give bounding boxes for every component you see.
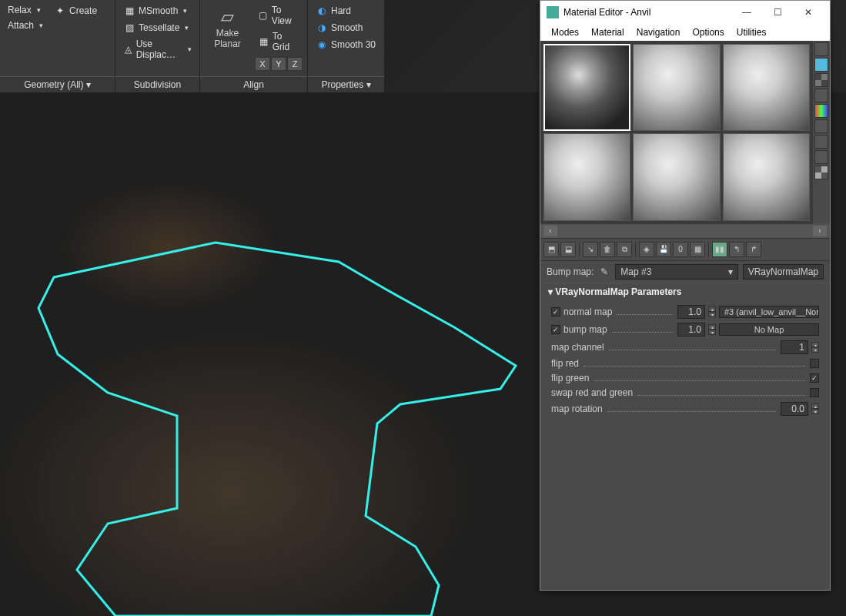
align-x-button[interactable]: X <box>255 57 270 71</box>
to-grid-button[interactable]: ▦To Grid <box>255 29 303 54</box>
use-displace-button[interactable]: ◬Use Displac…▾ <box>120 37 195 62</box>
hard-icon: ◐ <box>316 5 328 17</box>
scroll-right-button[interactable]: › <box>813 226 827 236</box>
make-copy-icon[interactable]: ⧉ <box>617 242 632 257</box>
menu-navigation[interactable]: Navigation <box>632 25 685 39</box>
material-id-icon[interactable]: 0 <box>673 242 688 257</box>
rollout-empty-area <box>540 420 830 590</box>
make-planar-button[interactable]: ▱ Make Planar <box>205 3 250 73</box>
scroll-left-button[interactable]: ‹ <box>543 226 557 236</box>
bump-map-value[interactable]: 1.0 <box>677 323 705 336</box>
bump-map-label: bump map <box>563 324 607 335</box>
window-titlebar[interactable]: Material Editor - Anvil — ☐ ✕ <box>540 1 830 24</box>
spinner-up-icon[interactable]: ▴ <box>708 324 716 330</box>
hard-button[interactable]: ◐Hard <box>313 3 379 18</box>
map-rotation-value[interactable]: 0.0 <box>781 402 808 416</box>
tessellate-icon: ▨ <box>123 22 135 34</box>
material-editor-window[interactable]: Material Editor - Anvil — ☐ ✕ Modes Mate… <box>540 0 831 591</box>
select-by-material-icon[interactable] <box>814 150 828 164</box>
spinner-up-icon[interactable]: ▴ <box>708 306 716 312</box>
panel-properties-label[interactable]: Properties ▾ <box>308 76 384 92</box>
spinner-up-icon[interactable]: ▴ <box>811 403 819 409</box>
flip-red-param: flip red <box>551 358 819 369</box>
background-icon[interactable] <box>814 73 828 87</box>
msmooth-icon: ▦ <box>123 5 135 17</box>
spinner-down-icon[interactable]: ▾ <box>708 330 716 335</box>
map-type-button[interactable]: VRayNormalMap <box>743 264 824 280</box>
normal-map-slot-button[interactable]: #3 (anvil_low_anvil__Normal <box>719 306 819 318</box>
go-to-parent-icon[interactable]: ↰ <box>729 242 744 257</box>
panel-align-label: Align <box>200 76 307 92</box>
show-end-result-icon[interactable]: ▮▮ <box>712 242 727 257</box>
to-view-button[interactable]: ▢To View <box>255 3 303 28</box>
material-slot-6[interactable] <box>723 133 810 220</box>
material-slot-1[interactable] <box>543 44 630 131</box>
menu-utilities[interactable]: Utilities <box>732 25 771 39</box>
material-slot-4[interactable] <box>543 133 630 220</box>
material-slot-5[interactable] <box>633 133 720 220</box>
swap-rg-param: swap red and green <box>551 387 819 398</box>
map-rotation-param: map rotation 0.0 ▴▾ <box>551 402 819 416</box>
put-to-scene-icon[interactable]: ⬓ <box>560 242 576 257</box>
put-to-library-icon[interactable]: 💾 <box>656 242 671 257</box>
panel-geometry-label[interactable]: Geometry (All) ▾ <box>0 76 115 92</box>
spinner-down-icon[interactable]: ▾ <box>811 347 819 353</box>
menu-material[interactable]: Material <box>587 25 629 39</box>
make-preview-icon[interactable] <box>814 119 828 133</box>
window-title: Material Editor - Anvil <box>563 7 650 18</box>
spinner-up-icon[interactable]: ▴ <box>811 342 819 347</box>
backlight-icon[interactable] <box>814 58 828 72</box>
material-slot-2[interactable] <box>633 44 720 131</box>
material-map-icon[interactable] <box>814 166 828 179</box>
relax-button[interactable]: Relax▾ <box>5 3 46 17</box>
make-unique-icon[interactable]: ◈ <box>639 242 654 257</box>
reset-map-icon[interactable]: 🗑 <box>600 242 615 257</box>
close-button[interactable]: ✕ <box>793 1 824 24</box>
material-slot-3[interactable] <box>723 44 810 131</box>
spinner-down-icon[interactable]: ▾ <box>708 312 716 317</box>
spinner-down-icon[interactable]: ▾ <box>811 409 819 414</box>
map-channel-label: map channel <box>551 342 604 353</box>
minimize-button[interactable]: — <box>731 1 762 24</box>
flip-green-checkbox[interactable]: ✓ <box>810 373 819 383</box>
map-name-dropdown[interactable]: Map #3▾ <box>615 264 737 280</box>
make-planar-icon: ▱ <box>217 6 239 28</box>
msmooth-button[interactable]: ▦MSmooth▾ <box>120 3 195 18</box>
bump-map-slot-button[interactable]: No Map <box>719 323 819 336</box>
map-channel-value[interactable]: 1 <box>781 340 808 354</box>
sample-type-icon[interactable] <box>814 42 828 56</box>
attach-button[interactable]: Attach▾ <box>5 18 46 32</box>
smooth-button[interactable]: ◑Smooth <box>313 20 379 35</box>
ribbon: Relax▾ Attach▾ ✦Create Geometry (All) ▾ … <box>0 0 385 92</box>
video-color-icon[interactable] <box>814 104 828 118</box>
align-y-button[interactable]: Y <box>271 57 286 71</box>
maximize-button[interactable]: ☐ <box>762 1 793 24</box>
smooth30-button[interactable]: ◉Smooth 30 <box>313 37 379 52</box>
pick-map-icon[interactable]: ✎ <box>598 266 610 278</box>
tessellate-button[interactable]: ▨Tessellate▾ <box>120 20 195 35</box>
displace-icon: ◬ <box>123 43 133 55</box>
rollout-header[interactable]: ▾ VRayNormalMap Parameters <box>540 283 830 300</box>
smooth-icon: ◑ <box>316 22 328 34</box>
swap-rg-checkbox[interactable] <box>810 388 819 397</box>
normal-map-value[interactable]: 1.0 <box>677 305 705 319</box>
assign-to-selection-icon[interactable]: ↘ <box>583 242 598 257</box>
to-grid-icon: ▦ <box>258 35 269 48</box>
create-button[interactable]: ✦Create <box>51 3 100 18</box>
options-icon[interactable] <box>814 135 828 149</box>
bump-map-param: ✓ bump map 1.0 ▴▾ No Map <box>551 323 819 336</box>
bump-map-checkbox[interactable]: ✓ <box>551 325 560 334</box>
sample-uv-icon[interactable] <box>814 89 828 102</box>
flip-red-checkbox[interactable] <box>810 359 819 368</box>
go-forward-icon[interactable]: ↱ <box>746 242 761 257</box>
swap-rg-label: swap red and green <box>551 387 633 398</box>
show-map-icon[interactable]: ▦ <box>690 242 705 257</box>
get-material-icon[interactable]: ⬒ <box>543 242 559 257</box>
menu-options[interactable]: Options <box>687 25 728 39</box>
smooth30-icon: ◉ <box>316 38 328 51</box>
normal-map-checkbox[interactable]: ✓ <box>551 307 560 316</box>
slot-scroll-row: ‹ › <box>540 224 830 238</box>
menu-modes[interactable]: Modes <box>547 25 584 39</box>
align-z-button[interactable]: Z <box>287 57 303 71</box>
normal-map-param: ✓ normal map 1.0 ▴▾ #3 (anvil_low_anvil_… <box>551 305 819 319</box>
